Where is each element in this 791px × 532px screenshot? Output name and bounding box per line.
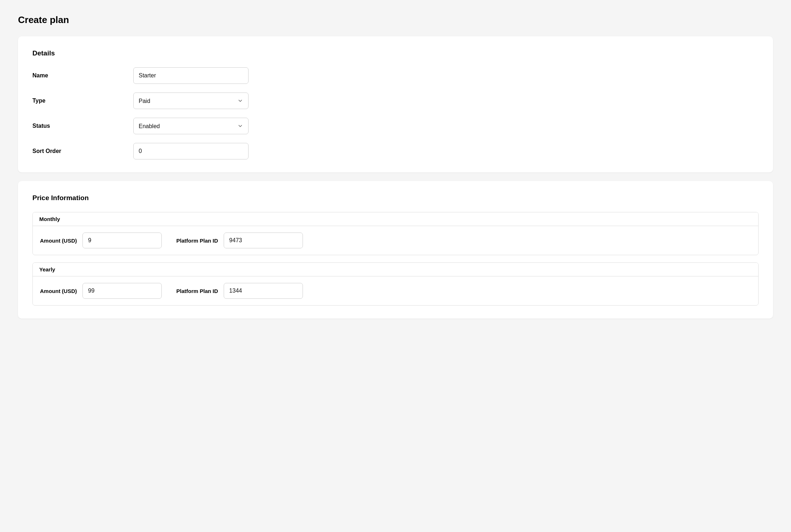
price-information-section: Price Information Monthly Amount (USD) P… <box>18 181 773 319</box>
type-row: Type Paid Free Trial <box>32 93 759 109</box>
status-select[interactable]: Enabled Disabled <box>133 118 249 134</box>
monthly-amount-input[interactable] <box>82 233 162 248</box>
monthly-platform-plan-id-label: Platform Plan ID <box>176 238 218 244</box>
status-row: Status Enabled Disabled <box>32 118 759 134</box>
yearly-amount-input[interactable] <box>82 283 162 299</box>
sort-order-row: Sort Order <box>32 143 759 159</box>
details-heading: Details <box>32 49 759 57</box>
monthly-group: Monthly Amount (USD) Platform Plan ID <box>32 212 759 255</box>
status-label: Status <box>32 123 133 129</box>
price-information-heading: Price Information <box>32 194 759 202</box>
monthly-legend: Monthly <box>33 212 758 226</box>
yearly-amount-label: Amount (USD) <box>40 288 77 294</box>
monthly-amount-label: Amount (USD) <box>40 238 77 244</box>
name-row: Name <box>32 67 759 84</box>
yearly-platform-plan-id-label: Platform Plan ID <box>176 288 218 294</box>
page-title: Create plan <box>18 14 773 26</box>
yearly-body: Amount (USD) Platform Plan ID <box>33 276 758 305</box>
yearly-amount-group: Amount (USD) <box>40 283 162 299</box>
monthly-platform-plan-id-group: Platform Plan ID <box>176 233 303 248</box>
yearly-platform-plan-id-group: Platform Plan ID <box>176 283 303 299</box>
sort-order-input[interactable] <box>133 143 249 159</box>
yearly-platform-plan-id-input[interactable] <box>224 283 303 299</box>
monthly-body: Amount (USD) Platform Plan ID <box>33 226 758 255</box>
type-label: Type <box>32 98 133 104</box>
monthly-amount-group: Amount (USD) <box>40 233 162 248</box>
monthly-platform-plan-id-input[interactable] <box>224 233 303 248</box>
type-select[interactable]: Paid Free Trial <box>133 93 249 109</box>
yearly-legend: Yearly <box>33 263 758 276</box>
name-label: Name <box>32 72 133 79</box>
details-section: Details Name Type Paid Free Trial Status… <box>18 36 773 172</box>
yearly-group: Yearly Amount (USD) Platform Plan ID <box>32 262 759 306</box>
sort-order-label: Sort Order <box>32 148 133 154</box>
name-input[interactable] <box>133 67 249 84</box>
